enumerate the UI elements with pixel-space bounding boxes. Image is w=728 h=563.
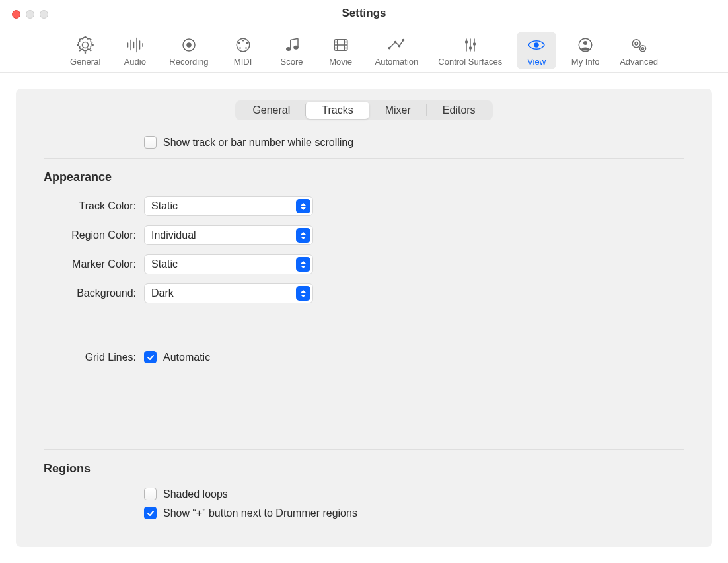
svg-line-19 [290,38,297,40]
gears-icon [626,34,652,56]
track-color-label: Track Color: [44,200,136,212]
region-color-select[interactable]: Individual [144,225,313,245]
svg-point-42 [635,42,638,46]
svg-point-11 [238,42,240,44]
track-color-value: Static [151,200,178,212]
svg-point-31 [402,39,405,42]
music-notes-icon [279,34,305,56]
toolbar-advanced[interactable]: Advanced [614,32,663,69]
svg-point-41 [632,40,640,48]
region-color-label: Region Color: [44,229,136,241]
midi-icon [230,34,256,56]
toolbar-label: My Info [571,57,600,67]
film-icon [328,34,354,56]
svg-point-0 [83,42,89,48]
settings-panel: General Tracks Mixer Editors Show track … [16,89,712,547]
toolbar-label: Recording [169,57,208,67]
close-button[interactable] [12,10,20,19]
svg-point-14 [245,47,247,49]
svg-point-44 [642,48,644,50]
toolbar-label: Audio [124,57,146,67]
marker-color-select[interactable]: Static [144,254,313,274]
shaded-loops-checkbox[interactable] [144,488,157,500]
marker-color-label: Marker Color: [44,258,136,270]
subtab-editors[interactable]: Editors [427,102,491,119]
svg-point-40 [583,41,587,45]
window-controls [12,10,48,19]
toolbar-midi[interactable]: MIDI [223,32,263,69]
sliders-icon [457,34,484,56]
divider [44,449,684,450]
toolbar-label: Movie [329,57,352,67]
zoom-button[interactable] [40,10,48,19]
subtab-general[interactable]: General [237,102,306,119]
toolbar-movie[interactable]: Movie [321,32,361,69]
drummer-plus-label: Show “+” button next to Drummer regions [163,507,357,519]
region-color-value: Individual [151,229,196,241]
toolbar-score[interactable]: Score [272,32,312,69]
shaded-loops-label: Shaded loops [163,488,228,500]
toolbar-label: Control Surfaces [438,57,502,67]
eye-icon [523,34,550,56]
grid-lines-checkbox[interactable] [144,351,157,363]
gear-icon [72,34,98,56]
toolbar-my-info[interactable]: My Info [565,32,605,69]
svg-point-29 [394,41,397,44]
toolbar-label: Advanced [620,57,658,67]
toolbar-view[interactable]: View [517,32,556,69]
content-area: General Tracks Mixer Editors Show track … [0,73,728,563]
grid-lines-label: Grid Lines: [44,352,136,363]
svg-point-28 [388,47,391,50]
window-title: Settings [342,7,386,20]
background-value: Dark [151,287,174,299]
dropdown-arrows-icon [296,228,310,243]
settings-window: Settings General Audio Recording MI [0,0,728,563]
svg-point-35 [464,40,468,44]
toolbar-label: General [70,57,100,67]
subtab-mixer[interactable]: Mixer [369,102,427,119]
grid-lines-value: Automatic [163,352,210,363]
divider [44,158,684,159]
appearance-heading: Appearance [16,170,712,184]
svg-point-36 [468,46,472,50]
svg-point-10 [242,40,244,42]
show-track-number-checkbox[interactable] [144,136,157,149]
drummer-plus-checkbox[interactable] [144,507,157,519]
toolbar-label: MIDI [234,57,252,67]
dropdown-arrows-icon [296,199,310,213]
toolbar-audio[interactable]: Audio [115,32,155,69]
toolbar-control-surfaces[interactable]: Control Surfaces [433,32,507,69]
svg-point-37 [472,42,476,46]
dropdown-arrows-icon [296,286,310,301]
view-subtab-control: General Tracks Mixer Editors [235,100,492,120]
toolbar-label: View [527,57,546,67]
minimize-button[interactable] [26,10,34,19]
toolbar-automation[interactable]: Automation [370,32,424,69]
svg-point-12 [246,42,248,44]
toolbar-label: Automation [375,57,419,67]
svg-point-38 [534,42,539,48]
toolbar-recording[interactable]: Recording [164,32,213,69]
show-track-number-label: Show track or bar number while scrolling [163,137,353,149]
waveform-icon [122,34,148,56]
automation-icon [383,34,410,56]
background-select[interactable]: Dark [144,283,313,303]
svg-point-8 [186,42,192,48]
marker-color-value: Static [151,258,178,270]
person-circle-icon [572,34,599,56]
dropdown-arrows-icon [296,257,310,272]
svg-point-13 [239,47,241,49]
titlebar: Settings [0,0,728,26]
svg-point-30 [398,45,401,48]
track-color-select[interactable]: Static [144,196,313,216]
toolbar-general[interactable]: General [65,32,106,69]
background-label: Background: [44,287,136,299]
regions-heading: Regions [16,462,712,476]
subtab-tracks[interactable]: Tracks [306,102,369,119]
toolbar-label: Score [281,57,303,67]
settings-toolbar: General Audio Recording MIDI Score [0,26,728,73]
svg-point-43 [640,46,646,52]
record-icon [176,34,202,56]
